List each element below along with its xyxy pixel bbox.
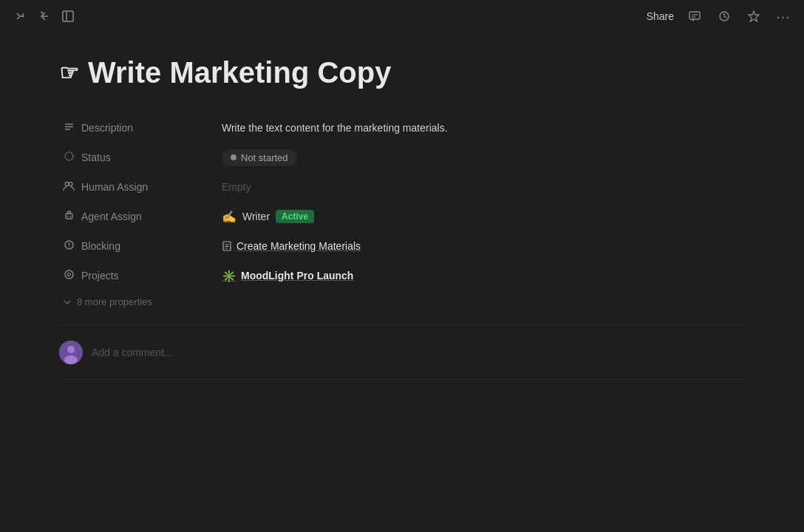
history-icon[interactable]	[715, 7, 733, 25]
svg-point-29	[67, 346, 75, 353]
svg-rect-4	[689, 12, 700, 19]
agent-assign-value: ✍️ Writer Active	[222, 210, 314, 224]
agent-name: Writer	[242, 211, 270, 222]
page-title[interactable]: Write Marketing Copy	[88, 56, 391, 89]
description-value: Write the text content for the marketing…	[222, 122, 448, 134]
status-badge[interactable]: Not started	[222, 149, 297, 166]
star-icon[interactable]	[745, 7, 763, 25]
description-label-text: Description	[81, 122, 133, 134]
agent-assign-label: Agent Assign	[59, 210, 222, 223]
comment-placeholder[interactable]: Add a comment...	[92, 347, 173, 358]
comment-icon[interactable]	[686, 7, 704, 25]
status-dot	[231, 154, 236, 160]
more-icon[interactable]: ···	[774, 7, 792, 25]
page-title-row: ☞ Write Marketing Copy	[59, 56, 745, 89]
document-icon	[222, 241, 232, 251]
svg-point-13	[65, 183, 69, 186]
blocking-link-text: Create Marketing Materials	[236, 240, 361, 252]
property-row-blocking[interactable]: Blocking Create Marketing Materials	[59, 231, 745, 261]
svg-marker-8	[749, 11, 759, 21]
avatar	[59, 341, 83, 364]
property-row-human-assign[interactable]: Human Assign Empty	[59, 172, 745, 202]
blocking-value: Create Marketing Materials	[222, 240, 361, 252]
projects-label: Projects	[59, 269, 222, 282]
human-assign-value: Empty	[222, 181, 251, 193]
toolbar-right: Share ···	[647, 7, 792, 25]
svg-rect-2	[63, 11, 73, 21]
human-assign-label: Human Assign	[59, 180, 222, 194]
project-emoji: ✳️	[222, 269, 236, 283]
main-content: ☞ Write Marketing Copy Description Write…	[0, 33, 804, 403]
comment-section: Add a comment...	[59, 338, 745, 367]
agent-emoji: ✍️	[222, 210, 236, 224]
blocking-label: Blocking	[59, 239, 222, 253]
projects-link[interactable]: ✳️ MoodLight Pro Launch	[222, 269, 353, 283]
toolbar: Share ···	[0, 0, 804, 33]
svg-point-26	[65, 270, 73, 279]
blocking-link[interactable]: Create Marketing Materials	[222, 240, 361, 252]
status-value: Not started	[222, 149, 297, 166]
projects-value: ✳️ MoodLight Pro Launch	[222, 269, 353, 283]
layout-icon[interactable]	[59, 7, 77, 25]
description-icon	[62, 121, 75, 134]
properties-section: Description Write the text content for t…	[59, 113, 745, 290]
back-arrow-icon[interactable]	[35, 7, 53, 25]
content-divider	[59, 325, 745, 326]
blocking-label-text: Blocking	[81, 240, 120, 252]
human-assign-icon	[62, 180, 75, 194]
svg-rect-15	[66, 214, 72, 219]
blocking-icon	[62, 239, 75, 253]
property-row-agent-assign[interactable]: Agent Assign ✍️ Writer Active	[59, 202, 745, 231]
more-properties-button[interactable]: 8 more properties	[59, 290, 155, 313]
active-badge: Active	[276, 210, 314, 223]
forward-icon[interactable]	[12, 7, 30, 25]
svg-point-14	[69, 183, 72, 186]
more-properties-label: 8 more properties	[77, 296, 152, 307]
human-assign-label-text: Human Assign	[81, 181, 148, 193]
svg-rect-16	[67, 211, 70, 214]
description-label: Description	[59, 121, 222, 134]
property-row-status[interactable]: Status Not started	[59, 143, 745, 172]
status-icon	[62, 151, 75, 164]
project-link-text: MoodLight Pro Launch	[241, 270, 353, 282]
cursor-icon: ☞	[59, 60, 79, 86]
toolbar-left	[12, 7, 77, 25]
agent-assign-icon	[62, 210, 75, 223]
chevron-down-icon	[62, 297, 72, 307]
svg-point-30	[64, 355, 78, 364]
property-row-projects[interactable]: Projects ✳️ MoodLight Pro Launch	[59, 261, 745, 290]
agent-assign-label-text: Agent Assign	[81, 211, 142, 222]
projects-label-text: Projects	[81, 270, 119, 282]
status-label-text: Status	[81, 151, 111, 163]
svg-point-21	[68, 246, 69, 248]
projects-icon	[62, 269, 75, 282]
svg-point-27	[67, 273, 70, 276]
share-button[interactable]: Share	[647, 10, 674, 22]
status-label: Status	[59, 151, 222, 164]
property-row-description[interactable]: Description Write the text content for t…	[59, 113, 745, 143]
svg-point-12	[65, 152, 73, 160]
bottom-divider	[59, 379, 745, 380]
